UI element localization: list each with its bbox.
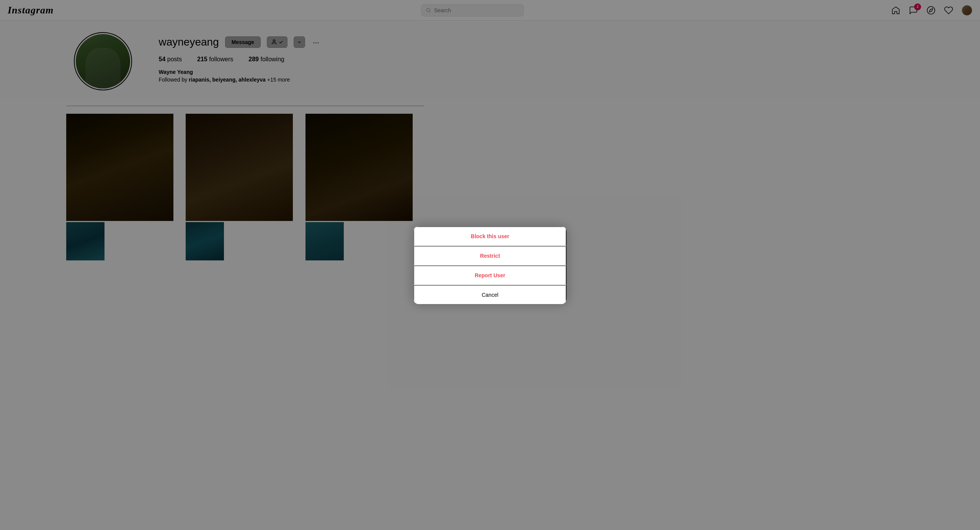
restrict-button[interactable]: Restrict <box>413 246 490 265</box>
modal-overlay[interactable]: Block this user Restrict Report User Can… <box>0 0 490 265</box>
action-modal: Block this user Restrict Report User Can… <box>413 226 490 265</box>
block-user-button[interactable]: Block this user <box>413 226 490 246</box>
